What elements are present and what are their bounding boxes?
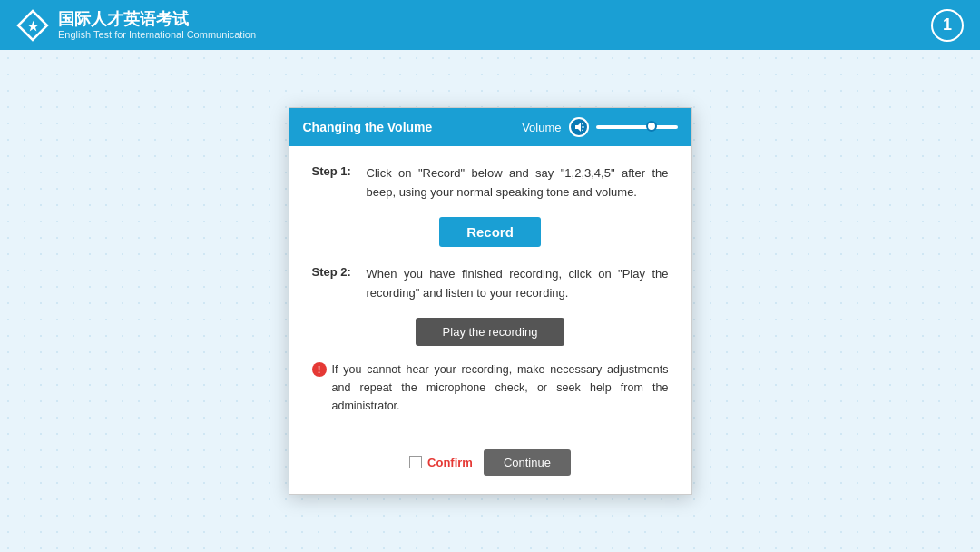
step2-text: When you have finished recording, click … bbox=[367, 265, 669, 303]
header-title-en: English Test for International Communica… bbox=[58, 29, 256, 40]
dialog: Changing the Volume Volume bbox=[289, 107, 692, 494]
svg-line-4 bbox=[582, 123, 583, 124]
confirm-checkbox[interactable] bbox=[409, 456, 422, 468]
header-text: 国际人才英语考试 English Test for International … bbox=[58, 10, 256, 41]
header-left: ★ 国际人才英语考试 English Test for Internationa… bbox=[16, 9, 256, 42]
warning-text: If you cannot hear your recording, make … bbox=[332, 360, 669, 415]
volume-control: Volume bbox=[522, 117, 677, 137]
dialog-body: Step 1: Click on "Record" below and say … bbox=[289, 146, 691, 448]
step2-label: Step 2: bbox=[312, 265, 359, 303]
step1-label: Step 1: bbox=[312, 164, 359, 202]
volume-label: Volume bbox=[522, 121, 561, 134]
step1-row: Step 1: Click on "Record" below and say … bbox=[312, 164, 669, 202]
modal-container: Changing the Volume Volume bbox=[0, 50, 980, 552]
dialog-footer: Confirm Continue bbox=[289, 449, 691, 494]
svg-line-6 bbox=[582, 130, 583, 131]
warning-icon: ! bbox=[312, 362, 327, 377]
svg-text:★: ★ bbox=[27, 19, 39, 34]
record-button[interactable]: Record bbox=[439, 217, 541, 247]
dialog-title: Changing the Volume bbox=[303, 120, 433, 134]
continue-button[interactable]: Continue bbox=[484, 449, 571, 476]
volume-icon bbox=[569, 117, 589, 137]
step2-row: Step 2: When you have finished recording… bbox=[312, 265, 669, 303]
warning-row: ! If you cannot hear your recording, mak… bbox=[312, 360, 669, 415]
header: ★ 国际人才英语考试 English Test for Internationa… bbox=[0, 0, 980, 50]
logo-icon: ★ bbox=[16, 9, 49, 42]
header-number: 1 bbox=[931, 9, 964, 42]
dialog-header: Changing the Volume Volume bbox=[289, 108, 691, 146]
header-title-cn: 国际人才英语考试 bbox=[58, 10, 256, 30]
play-recording-button[interactable]: Play the recording bbox=[416, 318, 565, 346]
svg-marker-3 bbox=[575, 123, 581, 132]
volume-slider-thumb bbox=[646, 121, 657, 132]
confirm-label[interactable]: Confirm bbox=[427, 456, 473, 469]
confirm-area: Confirm bbox=[409, 456, 473, 469]
step1-text: Click on "Record" below and say "1,2,3,4… bbox=[367, 164, 669, 202]
volume-slider[interactable] bbox=[596, 125, 678, 129]
